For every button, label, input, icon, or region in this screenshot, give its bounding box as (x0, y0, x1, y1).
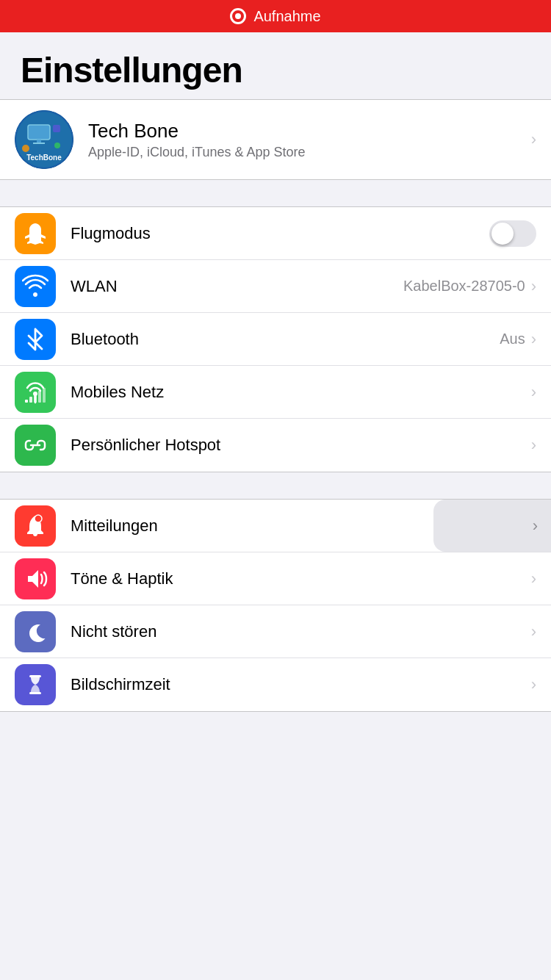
svg-rect-7 (53, 125, 60, 132)
toene-icon (15, 558, 56, 599)
hotspot-chevron-icon: › (531, 436, 536, 455)
notifications-section: Mitteilungen › Töne & Haptik › (0, 499, 551, 712)
bildschirmzeit-label: Bildschirmzeit (71, 675, 170, 694)
network-section: Flugmodus WLAN KabelBox-28705-0 › (0, 206, 551, 472)
nicht-stoeren-content: Nicht stören › (71, 622, 536, 641)
page-title: Einstellungen (21, 50, 530, 90)
svg-rect-2 (28, 125, 50, 140)
svg-rect-4 (33, 143, 45, 144)
hotspot-icon-bg (15, 425, 56, 466)
bluetooth-row[interactable]: Bluetooth Aus › (0, 313, 551, 366)
flugmodus-label: Flugmodus (71, 224, 151, 243)
bluetooth-value: Aus (500, 331, 525, 347)
wlan-chevron-icon: › (531, 277, 536, 296)
wlan-content: WLAN KabelBox-28705-0 › (71, 277, 536, 296)
hourglass-icon (22, 671, 48, 698)
svg-point-16 (35, 515, 42, 522)
bluetooth-icon (22, 326, 48, 353)
moon-icon (22, 619, 48, 645)
mitteilungen-highlight: › (433, 500, 551, 552)
toggle-knob (491, 223, 514, 245)
svg-rect-11 (29, 397, 32, 403)
hotspot-content: Persönlicher Hotspot › (71, 436, 536, 455)
flugmodus-row[interactable]: Flugmodus (0, 207, 551, 260)
profile-name: Tech Bone (88, 120, 306, 143)
nicht-stoeren-row[interactable]: Nicht stören › (0, 605, 551, 658)
nicht-stoeren-icon (15, 611, 56, 652)
bildschirmzeit-content: Bildschirmzeit › (71, 675, 536, 694)
mobiles-netz-right: › (530, 383, 536, 402)
wifi-icon (22, 273, 48, 300)
wlan-right: KabelBox-28705-0 › (403, 277, 536, 296)
nicht-stoeren-right: › (530, 622, 536, 641)
mitteilungen-chevron-icon: › (533, 516, 538, 536)
speaker-icon (22, 566, 48, 592)
bildschirmzeit-icon (15, 664, 56, 705)
profile-section: TechBone Tech Bone Apple-ID, iCloud, iTu… (0, 99, 551, 180)
wlan-label: WLAN (71, 277, 118, 296)
profile-row[interactable]: TechBone Tech Bone Apple-ID, iCloud, iTu… (0, 100, 551, 179)
bluetooth-chevron-icon: › (531, 330, 536, 349)
svg-rect-14 (43, 388, 46, 403)
avatar: TechBone (15, 110, 73, 169)
svg-point-6 (54, 143, 60, 148)
page-title-section: Einstellungen (0, 32, 551, 99)
svg-rect-13 (38, 391, 41, 403)
flugmodus-icon (15, 213, 56, 254)
cellular-icon (22, 379, 48, 406)
wlan-icon (15, 266, 56, 307)
profile-subtitle: Apple-ID, iCloud, iTunes & App Store (88, 145, 306, 160)
svg-rect-17 (29, 675, 41, 677)
mitteilungen-content: Mitteilungen › (71, 516, 536, 536)
hotspot-icon (22, 432, 48, 458)
mobiles-netz-icon (15, 372, 56, 413)
bell-icon (22, 513, 48, 539)
hotspot-label: Persönlicher Hotspot (71, 436, 220, 455)
bluetooth-label: Bluetooth (71, 330, 139, 349)
mobiles-netz-row[interactable]: Mobiles Netz › (0, 366, 551, 419)
nicht-stoeren-label: Nicht stören (71, 622, 156, 641)
toene-chevron-icon: › (531, 569, 536, 588)
flugmodus-content: Flugmodus (71, 220, 536, 247)
wlan-row[interactable]: WLAN KabelBox-28705-0 › (0, 260, 551, 313)
mitteilungen-label: Mitteilungen (71, 516, 158, 536)
bluetooth-icon-bg (15, 319, 56, 360)
bildschirmzeit-right: › (530, 675, 536, 694)
mobiles-netz-label: Mobiles Netz (71, 383, 164, 402)
svg-point-5 (22, 145, 29, 152)
svg-text:TechBone: TechBone (26, 154, 62, 162)
avatar-image: TechBone (15, 110, 73, 169)
mobiles-netz-chevron-icon: › (531, 383, 536, 402)
recording-label: Aufnahme (253, 8, 320, 25)
bluetooth-right: Aus › (500, 330, 536, 349)
toene-content: Töne & Haptik › (71, 569, 536, 588)
nicht-stoeren-chevron-icon: › (531, 622, 536, 641)
profile-chevron-icon: › (531, 130, 536, 149)
bildschirmzeit-chevron-icon: › (531, 675, 536, 694)
recording-bar: Aufnahme (0, 0, 551, 32)
bildschirmzeit-row[interactable]: Bildschirmzeit › (0, 658, 551, 711)
mitteilungen-icon (15, 505, 56, 547)
hotspot-right: › (530, 436, 536, 455)
mobiles-netz-content: Mobiles Netz › (71, 383, 536, 402)
recording-dot-icon (230, 8, 246, 24)
mitteilungen-row[interactable]: Mitteilungen › (0, 500, 551, 552)
toene-right: › (530, 569, 536, 588)
flugmodus-toggle[interactable] (489, 220, 536, 247)
svg-rect-10 (25, 400, 28, 403)
wlan-value: KabelBox-28705-0 (403, 278, 525, 295)
hotspot-row[interactable]: Persönlicher Hotspot › (0, 419, 551, 472)
plane-icon (22, 220, 48, 247)
svg-rect-18 (29, 692, 41, 694)
svg-rect-12 (34, 394, 37, 403)
bluetooth-content: Bluetooth Aus › (71, 330, 536, 349)
toene-row[interactable]: Töne & Haptik › (0, 552, 551, 605)
profile-info: Tech Bone Apple-ID, iCloud, iTunes & App… (88, 120, 536, 160)
toene-label: Töne & Haptik (71, 569, 173, 588)
